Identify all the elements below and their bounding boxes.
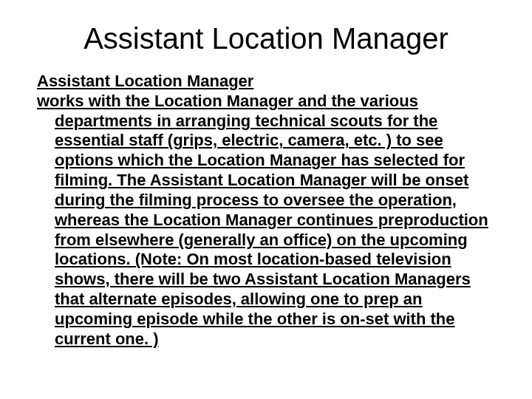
- slide: Assistant Location Manager Assistant Loc…: [0, 0, 532, 399]
- slide-body: Assistant Location Manager works with th…: [37, 72, 495, 349]
- slide-title: Assistant Location Manager: [37, 22, 495, 55]
- body-line-1: Assistant Location Manager: [37, 72, 495, 92]
- body-line-2: works with the Location Manager and the …: [37, 92, 495, 349]
